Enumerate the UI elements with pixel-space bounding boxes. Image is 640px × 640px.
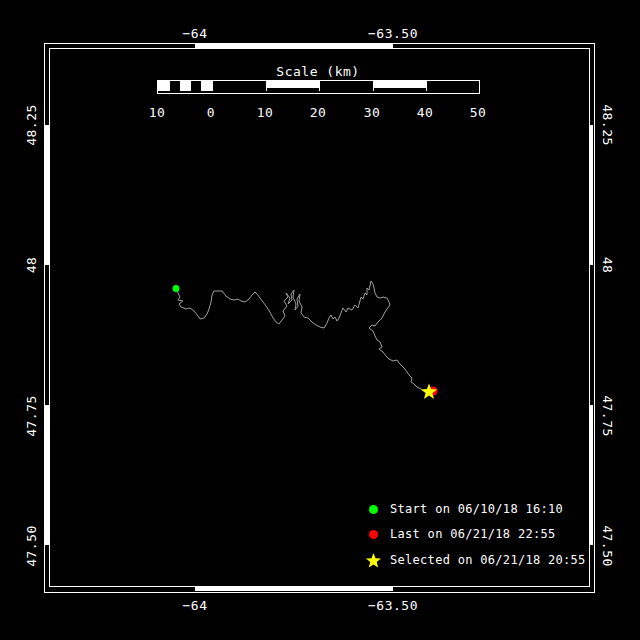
map-plot-window: −64 −63.50 −64 −63.50 48.25 48 47.75 47.… — [0, 0, 640, 640]
star-legend-icon — [365, 552, 381, 568]
selected-marker-star — [421, 384, 437, 399]
legend-item-last: Last on 06/21/18 22:55 — [365, 526, 556, 542]
track-path — [176, 281, 428, 392]
start-legend-icon — [365, 501, 381, 517]
legend-start-label: Start on 06/10/18 16:10 — [390, 502, 563, 516]
last-legend-icon — [365, 526, 381, 542]
legend-star-shape — [366, 553, 381, 568]
legend-selected-label: Selected on 06/21/18 20:55 — [390, 553, 586, 567]
start-marker — [173, 285, 180, 292]
track-svg — [0, 0, 640, 640]
legend-item-selected: Selected on 06/21/18 20:55 — [365, 552, 586, 568]
legend-last-label: Last on 06/21/18 22:55 — [390, 527, 556, 541]
legend-item-start: Start on 06/10/18 16:10 — [365, 501, 563, 517]
legend-star-svg — [365, 552, 381, 569]
